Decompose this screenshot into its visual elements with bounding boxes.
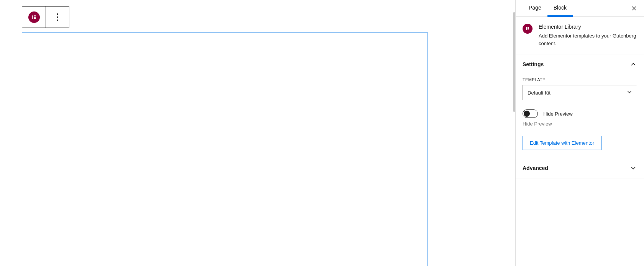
- svg-rect-8: [528, 28, 529, 29]
- chevron-up-icon: [629, 60, 637, 68]
- advanced-panel-toggle[interactable]: Advanced: [516, 158, 644, 178]
- svg-rect-9: [528, 29, 529, 30]
- more-vertical-icon: [57, 13, 58, 21]
- chevron-down-icon: [626, 89, 633, 96]
- svg-rect-7: [528, 27, 529, 28]
- chevron-down-icon: [629, 164, 637, 172]
- close-icon: [631, 5, 637, 11]
- svg-rect-2: [34, 16, 36, 17]
- template-select[interactable]: Default Kit: [523, 85, 637, 100]
- block-options-button[interactable]: [46, 7, 69, 28]
- advanced-panel: Advanced: [516, 158, 644, 178]
- sidebar-tabs: Page Block: [516, 0, 644, 17]
- close-sidebar-button[interactable]: [627, 2, 641, 15]
- settings-panel-toggle[interactable]: Settings: [516, 54, 644, 74]
- block-type-button[interactable]: [22, 7, 46, 28]
- tab-page[interactable]: Page: [523, 0, 547, 17]
- scrollbar[interactable]: [512, 12, 515, 266]
- tab-block[interactable]: Block: [547, 0, 573, 17]
- template-label: Template: [523, 77, 637, 82]
- svg-rect-3: [34, 18, 36, 19]
- elementor-library-block[interactable]: [22, 33, 428, 266]
- advanced-heading: Advanced: [523, 165, 548, 171]
- template-value: Default Kit: [528, 90, 551, 96]
- hide-preview-label: Hide Preview: [543, 111, 573, 117]
- block-info: Elementor Library Add Elementor template…: [516, 17, 644, 54]
- elementor-icon: [28, 11, 40, 23]
- toggle-knob: [524, 111, 530, 117]
- settings-heading: Settings: [523, 61, 544, 67]
- svg-rect-0: [32, 15, 33, 19]
- edit-template-button[interactable]: Edit Template with Elementor: [523, 136, 601, 150]
- block-toolbar: [22, 6, 69, 28]
- block-name: Elementor Library: [539, 24, 637, 30]
- svg-rect-6: [526, 27, 527, 30]
- elementor-icon: [523, 24, 533, 34]
- settings-panel: Settings Template Default Kit Hide Previ…: [516, 54, 644, 158]
- editor-canvas[interactable]: [0, 0, 515, 266]
- hide-preview-toggle[interactable]: [523, 109, 538, 118]
- scrollbar-thumb[interactable]: [513, 12, 515, 112]
- svg-rect-1: [34, 15, 36, 16]
- block-description: Add Elementor templates to your Gutenber…: [539, 32, 637, 47]
- hide-preview-description: Hide Preview: [523, 121, 637, 127]
- settings-sidebar: Page Block Elementor Library Add Element…: [515, 0, 644, 266]
